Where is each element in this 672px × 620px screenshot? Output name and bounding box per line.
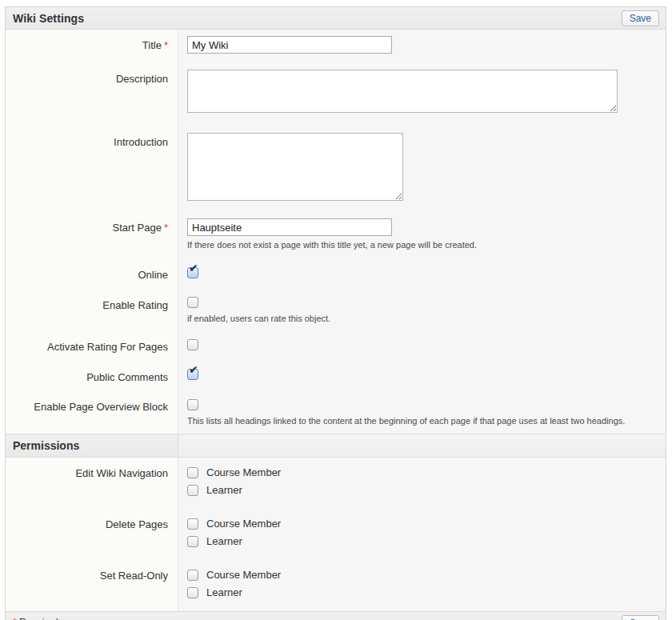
form-title: Wiki Settings [6, 12, 84, 25]
form-row-public-comments: Public Comments ✔ [6, 362, 666, 392]
delete-pages-label: Delete Pages [106, 518, 168, 530]
required-note: * Required [6, 617, 58, 620]
description-label: Description [116, 73, 168, 85]
option-learner: ✔ Learner [187, 482, 658, 499]
option-label: Learner [206, 535, 242, 547]
edit-wiki-navigation-label: Edit Wiki Navigation [75, 467, 168, 479]
enable-rating-label: Enable Rating [102, 299, 168, 311]
title-input[interactable] [187, 36, 392, 54]
description-textarea[interactable] [187, 70, 618, 113]
option-label: Course Member [206, 466, 281, 478]
option-label: Learner [206, 586, 242, 598]
form-row-set-read-only: Set Read-Only ✔ Course Member ✔ Learner [6, 560, 666, 611]
save-button-top[interactable]: Save [622, 10, 659, 26]
required-asterisk: * [13, 617, 17, 620]
option-label: Course Member [206, 518, 281, 530]
page-overview-block-checkbox[interactable]: ✔ [187, 399, 198, 410]
enable-rating-checkbox[interactable]: ✔ [187, 297, 198, 308]
option-label: Course Member [206, 569, 281, 581]
form-row-title: Title* [6, 30, 666, 63]
checkmark-icon: ✔ [189, 363, 198, 376]
delete-pages-learner-checkbox[interactable]: ✔ [187, 536, 198, 547]
option-learner: ✔ Learner [187, 533, 658, 550]
set-read-only-label: Set Read-Only [100, 570, 168, 582]
page-overview-block-label: Enable Page Overview Block [34, 401, 168, 413]
form-row-page-overview-block: Enable Page Overview Block ✔ This lists … [6, 391, 666, 434]
start-page-input[interactable] [187, 218, 392, 236]
start-page-help: If there does not exist a page with this… [187, 240, 658, 250]
wiki-settings-form: Wiki Settings Save Title* Description In… [5, 6, 666, 620]
online-checkbox[interactable]: ✔ [187, 267, 198, 278]
form-row-activate-rating-pages: Activate Rating For Pages ✔ [6, 331, 666, 362]
permissions-section-header: Permissions [6, 434, 666, 458]
public-comments-label: Public Comments [86, 371, 168, 383]
form-row-description: Description [6, 63, 666, 126]
public-comments-checkbox[interactable]: ✔ [187, 369, 198, 380]
required-asterisk: * [164, 222, 168, 234]
set-read-only-learner-checkbox[interactable]: ✔ [187, 587, 198, 598]
form-row-online: Online ✔ [6, 259, 666, 290]
checkmark-icon: ✔ [189, 262, 198, 274]
edit-wiki-navigation-course-member-checkbox[interactable]: ✔ [187, 467, 198, 478]
form-header: Wiki Settings Save [6, 7, 666, 30]
start-page-label: Start Page [113, 222, 162, 234]
form-footer: * Required Save [6, 611, 666, 620]
required-note-label: Required [19, 617, 58, 620]
form-row-edit-wiki-navigation: Edit Wiki Navigation ✔ Course Member ✔ L… [6, 458, 666, 509]
delete-pages-course-member-checkbox[interactable]: ✔ [187, 518, 198, 530]
title-label: Title [142, 39, 162, 51]
permissions-section-title: Permissions [13, 439, 79, 452]
activate-rating-pages-label: Activate Rating For Pages [47, 341, 168, 353]
online-label: Online [138, 269, 168, 281]
enable-rating-help: if enabled, users can rate this object. [187, 314, 658, 323]
option-course-member: ✔ Course Member [187, 515, 658, 533]
form-row-introduction: Introduction [6, 126, 666, 212]
set-read-only-course-member-checkbox[interactable]: ✔ [187, 570, 198, 581]
save-button-bottom[interactable]: Save [622, 615, 659, 620]
form-row-start-page: Start Page* If there does not exist a pa… [6, 212, 666, 259]
option-label: Learner [206, 484, 242, 496]
activate-rating-pages-checkbox[interactable]: ✔ [187, 339, 198, 350]
option-learner: ✔ Learner [187, 584, 658, 602]
form-row-delete-pages: Delete Pages ✔ Course Member ✔ Learner [6, 509, 666, 560]
required-asterisk: * [164, 39, 168, 51]
page-overview-block-help: This lists all headings linked to the co… [187, 416, 658, 426]
introduction-textarea[interactable] [187, 133, 403, 201]
option-course-member: ✔ Course Member [187, 566, 658, 584]
introduction-label: Introduction [114, 136, 168, 148]
option-course-member: ✔ Course Member [187, 464, 658, 482]
form-row-enable-rating: Enable Rating ✔ if enabled, users can ra… [6, 290, 666, 332]
edit-wiki-navigation-learner-checkbox[interactable]: ✔ [187, 485, 198, 496]
